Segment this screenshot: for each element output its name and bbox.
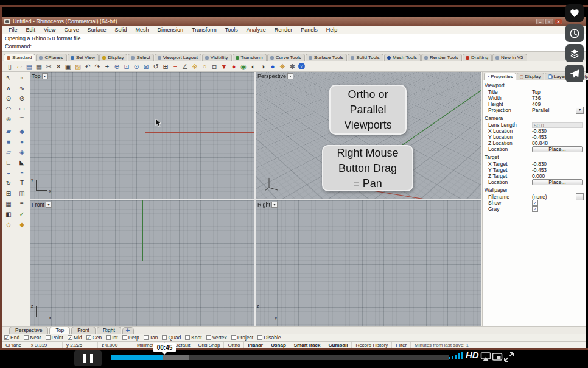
sidebar-tool-icon[interactable]: ⌒	[19, 116, 25, 124]
toolbar-tab[interactable]: Mesh Tools	[384, 54, 421, 61]
chevron-down-icon[interactable]	[46, 202, 52, 208]
property-value[interactable]: -0.453	[532, 167, 576, 173]
picture-in-picture-icon[interactable]	[492, 352, 503, 363]
toolbar-icon[interactable]: ⊠	[141, 62, 151, 71]
sidebar-tool-icon[interactable]: ⊙	[6, 95, 11, 102]
toolbar-icon[interactable]: ↶	[83, 62, 93, 71]
viewport-perspective-title[interactable]: Perspective	[257, 73, 293, 79]
sidebar-tool-icon[interactable]: ◧	[5, 211, 11, 218]
viewport-tab[interactable]: Front	[71, 327, 96, 334]
toolbar-icon[interactable]: ✂	[44, 62, 54, 71]
menu-item[interactable]: Render	[270, 27, 297, 33]
osnap-option[interactable]: Near	[24, 334, 41, 341]
sidebar-tool-icon[interactable]: ⊘	[19, 95, 24, 102]
viewport-top-title[interactable]: Top	[32, 73, 48, 79]
sidebar-tool-icon[interactable]: ↖	[6, 74, 11, 81]
menu-item[interactable]: Curve	[60, 27, 83, 33]
property-value[interactable]: Top	[532, 89, 576, 95]
viewport-front-title[interactable]: Front	[32, 202, 52, 208]
sidebar-tool-icon[interactable]: ▱	[6, 149, 11, 155]
menu-item[interactable]: Surface	[83, 27, 110, 33]
toolbar-icon[interactable]: ◐	[248, 62, 258, 71]
sidebar-tool-icon[interactable]: ●	[20, 138, 24, 145]
checkbox[interactable]	[257, 335, 262, 340]
sidebar-tool-icon[interactable]: ◇	[6, 221, 11, 228]
property-value[interactable]: 409	[532, 101, 576, 107]
toolbar-tab[interactable]: Transform	[233, 54, 267, 61]
toolbar-icon[interactable]: ?	[298, 63, 305, 69]
property-value[interactable]: 80.848	[532, 140, 576, 146]
toolbar-icon[interactable]: ▨	[73, 62, 83, 71]
chevron-down-icon[interactable]	[42, 73, 48, 79]
pause-button[interactable]	[74, 350, 102, 366]
toolbar-tab[interactable]: New in V5	[492, 54, 527, 61]
property-value[interactable]: ✓	[532, 206, 538, 212]
toolbar-tab[interactable]: Set View	[68, 54, 99, 61]
watch-later-button[interactable]	[565, 24, 584, 42]
property-value[interactable]: 50.0	[532, 122, 583, 128]
toolbar-icon[interactable]: ◉	[239, 62, 248, 71]
viewport-tab[interactable]: ✚	[122, 327, 134, 334]
osnap-option[interactable]: Int	[106, 334, 117, 341]
chevron-down-icon[interactable]	[287, 73, 293, 79]
property-value[interactable]: ✓	[532, 200, 538, 206]
checkbox[interactable]	[206, 335, 211, 340]
checkbox[interactable]: ✓	[68, 335, 72, 340]
toolbar-icon[interactable]: ▤	[24, 62, 34, 71]
menu-item[interactable]: Solid	[110, 27, 131, 33]
like-button[interactable]	[565, 4, 584, 22]
checkbox[interactable]	[162, 335, 167, 340]
osnap-option[interactable]: Vertex	[206, 334, 227, 341]
viewport-right[interactable]: Right z y	[256, 200, 481, 326]
toolbar-icon[interactable]: ⊙	[131, 62, 141, 71]
viewport-tab[interactable]: Right	[97, 327, 121, 334]
toolbar-tab[interactable]: Drafting	[463, 54, 492, 61]
property-value[interactable]: 0.000	[532, 173, 576, 179]
sidebar-tool-icon[interactable]: T	[20, 180, 24, 186]
checkbox[interactable]	[144, 335, 149, 340]
osnap-option[interactable]: ✓ End	[4, 334, 19, 341]
collections-button[interactable]	[565, 44, 584, 62]
toolbar-icon[interactable]: ▣	[63, 62, 73, 71]
property-value[interactable]: (none)	[532, 194, 576, 200]
property-value[interactable]: -0.830	[532, 128, 576, 134]
toolbar-icon[interactable]: ▼	[219, 62, 229, 71]
property-value[interactable]: 736	[532, 95, 576, 101]
checkbox[interactable]: ✓	[4, 335, 9, 340]
property-value[interactable]: -0.830	[532, 161, 576, 167]
volume-control[interactable]	[449, 351, 464, 359]
sidebar-tool-icon[interactable]: ▦	[5, 200, 11, 207]
airplay-icon[interactable]	[480, 352, 491, 363]
sidebar-tool-icon[interactable]: ◆	[19, 221, 24, 228]
fullscreen-icon[interactable]	[503, 352, 514, 363]
toolbar-tab[interactable]: Render Tools	[421, 54, 462, 61]
checkbox[interactable]: ✓	[86, 335, 91, 340]
viewport-tab[interactable]: Top	[49, 327, 70, 334]
toolbar-tab[interactable]: Solid Tools	[348, 54, 383, 61]
osnap-option[interactable]: Perp	[122, 334, 139, 341]
osnap-option[interactable]: Knot	[185, 334, 202, 341]
maximize-button[interactable]: ▫	[545, 19, 553, 24]
checkbox[interactable]	[185, 335, 190, 340]
toolbar-icon[interactable]: ▯	[5, 62, 15, 71]
sidebar-tool-icon[interactable]: ⊞	[6, 190, 11, 197]
toolbar-icon[interactable]: ❋	[278, 62, 287, 71]
share-button[interactable]	[565, 65, 584, 82]
toolbar-icon[interactable]: +	[102, 62, 112, 71]
sidebar-tool-icon[interactable]: ⊚	[6, 116, 11, 124]
sidebar-tool-icon[interactable]: ◓	[20, 169, 24, 176]
menu-item[interactable]: Edit	[22, 27, 40, 33]
sidebar-tool-icon[interactable]: ◆	[19, 128, 24, 135]
property-value[interactable]: Place...	[532, 146, 583, 152]
sidebar-tool-icon[interactable]: ↻	[6, 180, 11, 186]
sidebar-tool-icon[interactable]: ∘	[20, 74, 24, 81]
menu-item[interactable]: File	[4, 27, 22, 33]
osnap-option[interactable]: Tan	[144, 334, 158, 341]
toolbar-icon[interactable]: ↷	[93, 62, 102, 71]
toolbar-tab[interactable]: Surface Tools	[306, 54, 347, 61]
minimize-button[interactable]: –	[536, 19, 544, 24]
osnap-option[interactable]: Disable	[257, 334, 281, 341]
menu-item[interactable]: Panels	[296, 27, 322, 33]
sidebar-tool-icon[interactable]: ✓	[19, 211, 24, 218]
toolbar-tab[interactable]: CPlanes	[36, 54, 66, 61]
